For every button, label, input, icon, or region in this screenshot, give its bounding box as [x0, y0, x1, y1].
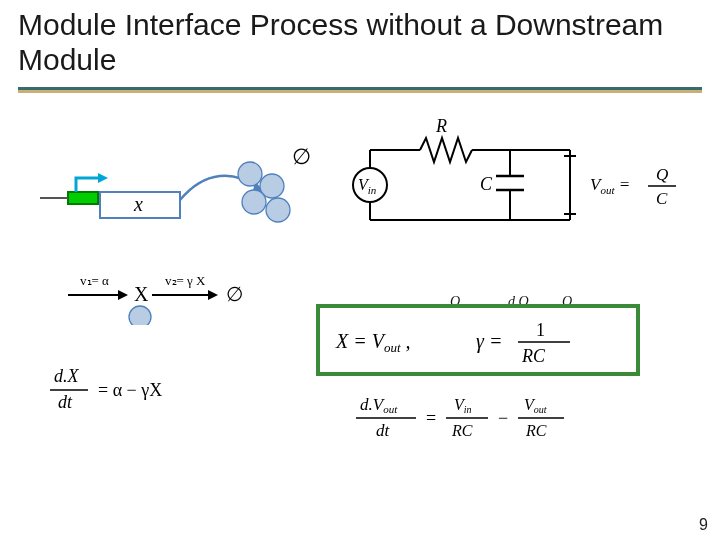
svg-text:d.X: d.X	[54, 366, 80, 386]
reaction-row: v₁= α X v₂= γ X ∅	[30, 265, 330, 325]
node-X: X	[134, 283, 149, 305]
title-rule	[18, 87, 702, 93]
svg-text:RC: RC	[521, 346, 546, 366]
slide-number: 9	[699, 516, 708, 534]
svg-point-13	[129, 306, 151, 325]
svg-text:RC: RC	[451, 422, 473, 439]
svg-text:Vout: Vout	[524, 396, 547, 415]
svg-rect-1	[68, 192, 98, 204]
label-C: C	[480, 174, 493, 194]
svg-text:dt: dt	[58, 392, 73, 412]
gene-diagram: x ∅	[10, 140, 310, 260]
svg-text:d.Vout: d.Vout	[360, 395, 398, 415]
svg-point-5	[238, 162, 262, 186]
svg-point-7	[242, 190, 266, 214]
svg-text:Q: Q	[656, 165, 668, 184]
svg-marker-2	[98, 173, 108, 183]
svg-text:Vout =: Vout =	[590, 175, 630, 196]
rate-v1: v₁= α	[80, 273, 109, 288]
gene-label-x: x	[133, 193, 143, 215]
null-top: ∅	[292, 144, 310, 169]
svg-point-8	[266, 198, 290, 222]
svg-text:dt: dt	[376, 421, 391, 440]
circuit-diagram: R Vin C Vout = Q C	[330, 110, 710, 250]
svg-text:= α − γX: = α − γX	[98, 380, 162, 400]
svg-text:−: −	[498, 408, 508, 428]
svg-text:C: C	[656, 189, 668, 208]
svg-text:=: =	[426, 408, 436, 428]
rate-v2: v₂= γ X	[165, 273, 206, 288]
equations-block: Vin = RI + Q C = R d.Q dt + Q C X = Vout…	[300, 280, 720, 520]
svg-text:γ =: γ =	[476, 330, 502, 353]
label-R: R	[435, 116, 447, 136]
slide-title: Module Interface Process without a Downs…	[18, 8, 702, 77]
svg-text:1: 1	[536, 320, 545, 340]
null-right: ∅	[226, 283, 243, 305]
svg-marker-12	[208, 290, 218, 300]
svg-text:Vin: Vin	[454, 396, 472, 415]
label-Vin: Vin	[358, 176, 377, 196]
svg-text:RC: RC	[525, 422, 547, 439]
svg-marker-10	[118, 290, 128, 300]
eq-dXdt: d.X dt = α − γX	[42, 360, 242, 430]
slide-title-text: Module Interface Process without a Downs…	[18, 8, 663, 76]
